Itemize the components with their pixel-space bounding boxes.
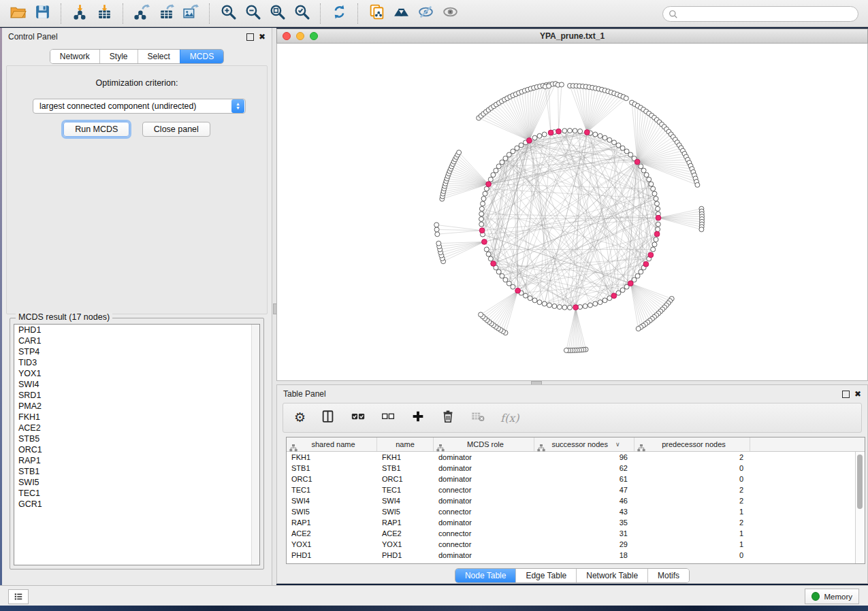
copy-network-button[interactable] (364, 3, 389, 24)
table-row[interactable]: ACE2ACE2connector311 (287, 528, 865, 539)
optimization-criterion-select[interactable]: largest connected component (undirected)… (33, 99, 246, 114)
add-row-button[interactable] (411, 409, 425, 427)
export-table-icon (158, 3, 175, 23)
import-network-button[interactable] (67, 3, 92, 24)
mcds-result-item[interactable]: RAP1 (14, 455, 259, 466)
mcds-result-item[interactable]: PHD1 (14, 325, 259, 335)
column-header-MCDS-role[interactable]: MCDS role (434, 437, 534, 451)
float-panel-icon[interactable] (842, 391, 850, 398)
run-mcds-button[interactable]: Run MCDS (63, 122, 129, 137)
tab-node-table[interactable]: Node Table (455, 569, 516, 582)
search-input[interactable] (678, 7, 858, 21)
scrollbar-thumb[interactable] (857, 455, 863, 509)
network-view-window: YPA_prune.txt_1 (276, 29, 868, 381)
table-panel-titlebar: Table Panel ✖ (277, 385, 867, 403)
network-canvas[interactable] (276, 44, 868, 381)
column-header-successor-nodes[interactable]: successor nodes∨ (534, 437, 634, 451)
close-panel-icon[interactable]: ✖ (854, 391, 861, 397)
close-panel-button[interactable]: Close panel (142, 122, 210, 137)
mcds-result-item[interactable]: STB1 (14, 466, 259, 477)
mcds-result-item[interactable]: GCR1 (14, 499, 259, 510)
export-image-button[interactable] (178, 3, 203, 24)
cell-shared-name: SWI4 (287, 497, 377, 505)
mcds-result-item[interactable]: SWI5 (14, 477, 259, 488)
show-all-button[interactable] (438, 3, 462, 24)
table-row[interactable]: ORC1ORC1dominator610 (287, 474, 865, 484)
table-row[interactable]: STB1STB1dominator620 (287, 463, 865, 474)
zoom-in-button[interactable] (216, 3, 240, 24)
close-panel-icon[interactable]: ✖ (259, 33, 266, 40)
table-row[interactable]: PHD1PHD1dominator180 (287, 550, 865, 561)
table-row[interactable]: SWI4SWI4dominator462 (287, 495, 865, 506)
export-table-button[interactable] (154, 3, 178, 24)
table-row[interactable]: FKH1FKH1dominator962 (287, 452, 865, 463)
mcds-result-item[interactable]: ACE2 (14, 423, 259, 433)
network-window-titlebar[interactable]: YPA_prune.txt_1 (276, 29, 868, 44)
column-header-shared-name[interactable]: shared name (287, 437, 377, 451)
open-file-icon (10, 3, 27, 23)
cell-shared-name: ORC1 (287, 475, 377, 483)
export-network-button[interactable] (129, 3, 154, 24)
column-header-predecessor-nodes[interactable]: predecessor nodes (634, 437, 750, 451)
delete-table-button (470, 409, 485, 427)
cell-predecessor-nodes: 2 (634, 518, 750, 527)
zoom-fit-button[interactable] (265, 3, 289, 24)
table-row[interactable]: TEC1TEC1connector472 (287, 484, 865, 495)
mcds-result-item[interactable]: STB5 (14, 433, 259, 444)
delete-table-icon (470, 409, 485, 427)
columns-button[interactable] (321, 409, 336, 427)
tab-motifs[interactable]: Motifs (647, 569, 689, 582)
mcds-result-item[interactable]: TEC1 (14, 488, 259, 499)
result-list-scrollbar[interactable] (251, 325, 259, 565)
delete-row-button[interactable] (440, 409, 455, 427)
settings-button[interactable]: ⚙ (294, 411, 306, 425)
mcds-result-item[interactable]: FKH1 (14, 412, 259, 423)
tab-edge-table[interactable]: Edge Table (515, 569, 576, 582)
mcds-result-item[interactable]: PMA2 (14, 401, 259, 412)
tab-network[interactable]: Network (50, 50, 99, 63)
tab-select[interactable]: Select (138, 50, 180, 63)
node-table[interactable]: shared namenameMCDS rolesuccessor nodes∨… (286, 437, 865, 564)
task-history-button[interactable] (8, 589, 29, 604)
mcds-result-list[interactable]: PHD1CAR1STP4TID3YOX1SWI4SRD1PMA2FKH1ACE2… (14, 324, 260, 565)
mcds-result-item[interactable]: SWI4 (14, 379, 259, 390)
table-row[interactable]: YOX1YOX1connector291 (287, 539, 865, 550)
search-box[interactable] (662, 6, 858, 22)
table-row[interactable]: SWI5SWI5connector431 (287, 506, 865, 517)
refresh-button[interactable] (327, 3, 351, 24)
mcds-result-title: MCDS result (17 nodes) (16, 312, 112, 322)
tab-style[interactable]: Style (99, 50, 138, 63)
save-session-button[interactable] (30, 3, 54, 24)
mcds-result-item[interactable]: ORC1 (14, 444, 259, 455)
zoom-out-button[interactable] (240, 3, 265, 24)
cell-name: RAP1 (377, 518, 434, 527)
cell-shared-name: PHD1 (287, 551, 377, 559)
mcds-result-item[interactable]: SRD1 (14, 390, 259, 401)
mcds-result-item[interactable]: CAR1 (14, 335, 259, 346)
cell-successor-nodes: 62 (534, 464, 634, 472)
table-row[interactable]: RAP1RAP1dominator352 (287, 517, 865, 528)
select-all-button[interactable] (351, 409, 366, 427)
mcds-result-item[interactable]: YOX1 (14, 368, 259, 379)
tab-network-table[interactable]: Network Table (576, 569, 647, 582)
table-scrollbar[interactable] (855, 452, 865, 563)
main-toolbar (0, 0, 868, 27)
memory-button[interactable]: Memory (805, 589, 859, 604)
cell-successor-nodes: 46 (534, 497, 634, 505)
import-table-button[interactable] (92, 3, 116, 24)
cell-shared-name: SWI5 (287, 508, 377, 516)
cell-predecessor-nodes: 2 (634, 486, 750, 494)
cell-predecessor-nodes: 2 (634, 453, 750, 461)
tab-mcds[interactable]: MCDS (180, 50, 223, 63)
import-network-icon (71, 3, 89, 23)
zoom-selected-button[interactable] (289, 3, 314, 24)
search-neighbors-button[interactable] (389, 3, 413, 24)
mcds-result-item[interactable]: TID3 (14, 357, 259, 368)
mcds-result-item[interactable]: STP4 (14, 346, 259, 357)
open-file-button[interactable] (5, 3, 30, 24)
hide-selected-button[interactable] (413, 3, 438, 24)
column-header-name[interactable]: name (377, 437, 434, 451)
deselect-all-button[interactable] (381, 409, 396, 427)
float-panel-icon[interactable] (246, 33, 254, 41)
save-session-icon (34, 3, 51, 23)
